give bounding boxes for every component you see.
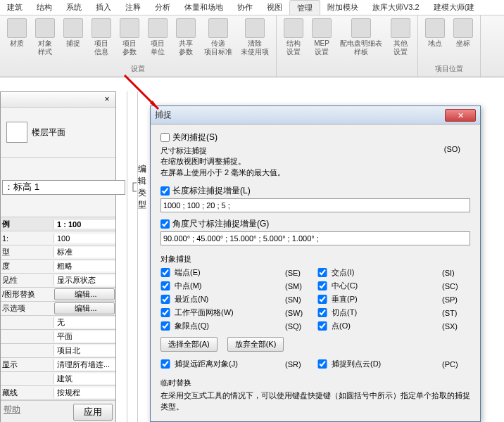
ribbon-icon [63, 18, 83, 38]
ribbon-icon [35, 18, 55, 38]
angle-increment-input[interactable] [160, 231, 470, 245]
remote-snap-row: 捕捉远距离对象(J) (SR) 捕捉到点云(D) (PC) [160, 359, 470, 369]
ribbon-group: 材质对象 样式捕捉项目 信息项目 参数项目 单位共享 参数传递 项目标准清除 未… [0, 15, 277, 77]
plan-type-row[interactable]: 楼层平面 [1, 108, 115, 158]
object-snap-title: 对象捕捉 [160, 254, 470, 264]
ribbon-tabs: 建筑结构系统插入注释分析体量和场地协作视图管理附加模块族库大师V3.2建模大师(… [0, 0, 504, 15]
ribbon-icon [176, 18, 196, 38]
ribbon-tab[interactable]: 协作 [230, 0, 260, 15]
snap-checkbox[interactable] [317, 321, 327, 331]
property-row: 示选项编辑... [1, 302, 115, 316]
ribbon-button[interactable]: 材质 [3, 17, 31, 63]
divider [137, 91, 138, 422]
property-value[interactable]: 项目北 [53, 345, 115, 356]
dialog-close-button[interactable]: ✕ [445, 109, 476, 122]
plan-label: 楼层平面 [32, 127, 65, 139]
ribbon-button[interactable]: 项目 参数 [115, 17, 144, 63]
property-value[interactable]: 按规程 [53, 388, 115, 398]
ribbon-button[interactable]: 共享 参数 [172, 17, 200, 63]
property-value[interactable]: 无 [53, 317, 115, 328]
snap-checkbox[interactable] [317, 295, 327, 304]
ribbon-tab[interactable]: 注释 [118, 0, 148, 15]
angle-snap-checkbox[interactable]: 角度尺寸标注捕捉增量(G) [160, 218, 470, 230]
snap-checkbox[interactable] [160, 295, 170, 304]
ribbon-icon [312, 18, 332, 38]
edit-button[interactable]: 编辑... [54, 302, 115, 314]
dim-snap-label: 尺寸标注捕捉 [160, 146, 470, 156]
shortcut-label: (SO) [444, 145, 460, 153]
ribbon-icon [208, 18, 228, 38]
snap-checkbox[interactable] [160, 268, 170, 277]
property-value[interactable]: 粗略 [53, 261, 115, 271]
snap-checkbox[interactable] [160, 281, 170, 290]
level-input[interactable] [2, 180, 125, 195]
property-value[interactable]: 平面 [53, 331, 115, 342]
ribbon-tab[interactable]: 分析 [148, 0, 177, 15]
close-snap-checkbox[interactable]: 关闭捕捉(S) [160, 132, 470, 143]
ribbon-tab[interactable]: 结构 [30, 0, 59, 15]
snap-checkbox[interactable] [317, 308, 327, 317]
ribbon-button[interactable]: 其他 设置 [386, 17, 415, 72]
ribbon-button[interactable]: 项目 单位 [144, 17, 172, 63]
ribbon-button[interactable]: 坐标 [449, 17, 477, 63]
ribbon-tab[interactable]: 建筑 [0, 0, 30, 15]
deselect-all-button[interactable]: 放弃全部(K) [227, 337, 284, 352]
ribbon-tab[interactable]: 体量和场地 [177, 0, 230, 15]
ribbon-tab[interactable]: 系统 [59, 0, 89, 15]
ribbon-tab[interactable]: 建模大师(建 [427, 0, 482, 15]
ribbon-button[interactable]: 传递 项目标准 [200, 17, 237, 63]
snap-checkbox[interactable] [160, 321, 170, 331]
ribbon-button[interactable]: 对象 样式 [31, 17, 59, 63]
length-increment-input[interactable] [160, 198, 470, 212]
property-value[interactable]: 100 [53, 234, 115, 243]
ribbon-icon [7, 18, 27, 38]
edit-button[interactable]: 编辑... [54, 288, 115, 300]
ribbon-button[interactable]: 项目 信息 [87, 17, 115, 63]
svg-line-0 [125, 75, 158, 109]
help-link[interactable]: 帮助 [4, 404, 20, 421]
panel-close-icon[interactable]: × [101, 94, 113, 106]
property-value[interactable]: 建筑 [53, 373, 115, 384]
temp-override-desc: 在采用交互式工具的情况下，可以使用键盘快捷键（如圆括号中所示）指定单个拾取的捕捉… [160, 390, 470, 412]
property-value[interactable]: 清理所有墙连... [53, 359, 115, 370]
svg-rect-2 [133, 183, 137, 191]
property-row: 无 [1, 316, 115, 330]
ribbon-button[interactable]: 配电盘明细表 样板 [336, 17, 386, 72]
ribbon-tab[interactable]: 附加模块 [320, 0, 365, 15]
length-snap-checkbox[interactable]: 长度标注捕捉增量(L) [160, 185, 470, 197]
remote-snap-checkbox[interactable] [160, 359, 170, 369]
ribbon-icon [351, 18, 371, 38]
property-row: 型标准 [1, 245, 115, 260]
ribbon-tab[interactable]: 视图 [260, 0, 289, 15]
ribbon-icon [391, 18, 410, 38]
ribbon-tab[interactable]: 管理 [289, 0, 320, 15]
ribbon-button[interactable]: 清除 未使用项 [237, 17, 273, 63]
ribbon-button[interactable]: MEP 设置 [308, 17, 336, 72]
ribbon-group: 地点坐标项目位置 [418, 15, 481, 77]
select-all-button[interactable]: 选择全部(A) [160, 337, 218, 352]
ribbon-button[interactable]: 地点 [421, 17, 449, 63]
dialog-titlebar[interactable]: 捕捉 ✕ [151, 106, 480, 124]
info-text: 在屏幕上使用小于 2 毫米的最大值。 [160, 167, 470, 178]
property-row: 平面 [1, 330, 115, 344]
property-row: 显示清理所有墙连... [1, 358, 115, 372]
property-row: /图形替换编辑... [1, 288, 115, 302]
divider [127, 91, 127, 422]
info-text: 在缩放视图时调整捕捉。 [160, 156, 470, 167]
property-row: 藏线按规程 [1, 386, 115, 400]
property-value[interactable]: 显示原状态 [53, 275, 115, 286]
snap-checkbox[interactable] [317, 281, 327, 290]
apply-button[interactable]: 应用 [73, 404, 113, 421]
ribbon-button[interactable]: 捕捉 [59, 17, 87, 63]
property-value[interactable]: 1 : 100 [53, 220, 115, 229]
snap-checkbox[interactable] [317, 268, 327, 277]
property-value[interactable]: 标准 [53, 247, 115, 257]
pointcloud-snap-checkbox[interactable] [317, 359, 327, 369]
snap-checkbox[interactable] [160, 308, 170, 317]
ribbon-button[interactable]: 结构 设置 [279, 17, 308, 72]
dialog-body: 关闭捕捉(S) (SO) 尺寸标注捕捉 在缩放视图时调整捕捉。 在屏幕上使用小于… [151, 124, 480, 421]
properties-panel: × 楼层平面 编辑类型 例1 : 1001:100型标准度粗略见性显示原状态/图… [0, 91, 116, 422]
ribbon-tab[interactable]: 插入 [89, 0, 118, 15]
ribbon-tab[interactable]: 族库大师V3.2 [365, 0, 427, 15]
snap-dialog: 捕捉 ✕ 关闭捕捉(S) (SO) 尺寸标注捕捉 在缩放视图时调整捕捉。 在屏幕… [150, 106, 481, 422]
